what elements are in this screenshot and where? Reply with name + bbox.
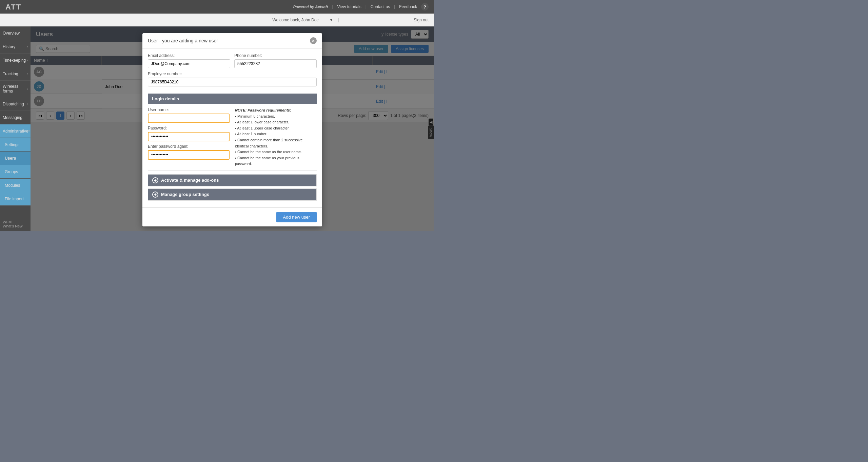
divider-1 <box>148 90 317 90</box>
modal-footer: Add new user <box>142 207 322 226</box>
sidebar-bottom: WFM What's New <box>0 217 31 231</box>
group-settings-label: Manage group settings <box>161 192 209 197</box>
email-label: Email address: <box>148 53 230 58</box>
sidebar-item-label: File import <box>5 197 24 201</box>
sidebar-item-file-import[interactable]: File import <box>0 192 31 206</box>
phone-input[interactable] <box>234 59 317 68</box>
username-input[interactable] <box>148 114 230 123</box>
separator-welcome: | <box>338 17 339 22</box>
modal-close-button[interactable]: × <box>310 37 317 44</box>
employee-input[interactable] <box>148 78 317 86</box>
sidebar-item-groups[interactable]: Groups <box>0 165 31 179</box>
wfm-label: WFM <box>3 220 28 224</box>
sidebar-item-label: Dispatching <box>3 102 24 106</box>
chevron-right-icon: › <box>27 72 28 76</box>
req-2: At least 1 lower case character. <box>235 119 317 125</box>
sidebar-item-tracking[interactable]: Tracking › <box>0 67 31 81</box>
email-input[interactable] <box>148 59 230 68</box>
email-group: Email address: <box>148 53 230 68</box>
sidebar-item-administrative[interactable]: Administrative ▾ <box>0 124 31 138</box>
content-area: Users y license types All 🔍 Add new user… <box>31 26 434 231</box>
password-input[interactable] <box>148 132 230 141</box>
chevron-right-icon: › <box>27 58 28 62</box>
separator-1: | <box>332 4 333 9</box>
chevron-right-icon: › <box>27 102 28 106</box>
sidebar-item-messaging[interactable]: Messaging <box>0 111 31 124</box>
powered-by-label: Powered by Actsoft <box>293 5 328 9</box>
sidebar-item-label: History <box>3 44 15 49</box>
modal-header: User - you are adding a new user × <box>142 33 322 48</box>
separator-3: | <box>394 4 395 9</box>
password-requirements: NOTE: Password requirements: Minimum 8 c… <box>235 107 317 167</box>
plus-icon: + <box>152 177 158 183</box>
req-3: At least 1 upper case character. <box>235 125 317 132</box>
group-settings-section: + Manage group settings <box>148 188 317 201</box>
sidebar-item-settings[interactable]: Settings <box>0 138 31 152</box>
welcome-chevron[interactable]: ▾ <box>330 18 332 22</box>
feedback-link[interactable]: Feedback <box>399 4 417 9</box>
note-title: NOTE: Password requirements: <box>235 108 291 112</box>
brand-name: Actsoft <box>315 5 328 9</box>
submit-add-user-button[interactable]: Add new user <box>276 212 317 222</box>
email-phone-row: Email address: Phone number: <box>148 53 317 68</box>
chevron-right-icon: › <box>27 45 28 48</box>
employee-label: Employee number: <box>148 72 317 76</box>
sidebar-item-label: Groups <box>5 169 18 174</box>
chevron-right-icon: › <box>27 87 28 91</box>
req-7: Cannot be the same as your previous pass… <box>235 155 317 167</box>
req-5: Cannot contain more than 2 successive id… <box>235 137 317 149</box>
modal-body: Email address: Phone number: Employee nu… <box>142 48 322 207</box>
modal-scroll-body[interactable]: Email address: Phone number: Employee nu… <box>142 48 322 207</box>
phone-label: Phone number: <box>234 53 317 58</box>
sign-out-link[interactable]: Sign out <box>414 18 429 22</box>
add-user-modal: User - you are adding a new user × Email… <box>142 33 322 226</box>
req-4: At least 1 number. <box>235 131 317 137</box>
admin-section-label: Administrative <box>3 129 28 134</box>
sidebar-item-timekeeping[interactable]: Timekeeping › <box>0 54 31 67</box>
group-settings-header[interactable]: + Manage group settings <box>148 189 316 200</box>
plus-icon: + <box>152 192 158 198</box>
modal-overlay: User - you are adding a new user × Email… <box>31 26 434 231</box>
sidebar-item-users[interactable]: Users <box>0 152 31 165</box>
sidebar-item-label: Users <box>5 156 16 161</box>
confirm-password-group: Enter password again: <box>148 144 230 160</box>
contact-us-link[interactable]: Contact us <box>371 4 390 9</box>
sidebar-item-label: Tracking <box>3 72 18 76</box>
addons-section: + Activate & manage add-ons <box>148 174 317 186</box>
phone-group: Phone number: <box>234 53 317 68</box>
chevron-down-icon: ▾ <box>28 129 30 133</box>
app-logo: ATT <box>5 3 21 12</box>
sidebar-item-modules[interactable]: Modules <box>0 179 31 192</box>
sidebar-item-label: Messaging <box>3 115 22 120</box>
login-section: User name: Password: Ent <box>148 107 317 167</box>
sidebar-item-label: Settings <box>5 142 19 147</box>
divider-2 <box>148 170 317 171</box>
sidebar-item-wireless-forms[interactable]: Wireless forms › <box>0 81 31 97</box>
password-group: Password: <box>148 126 230 141</box>
sidebar-item-label: Overview <box>3 31 20 36</box>
view-tutorials-link[interactable]: View tutorials <box>337 4 361 9</box>
login-section-header: Login details <box>148 94 317 104</box>
whats-new-label: What's New <box>3 224 28 228</box>
req-6: Cannot be the same as the user name. <box>235 149 317 155</box>
username-label: User name: <box>148 107 230 112</box>
help-icon[interactable]: ? <box>421 3 429 11</box>
welcome-text: Welcome back, John Doe <box>272 18 319 22</box>
req-1: Minimum 8 characters. <box>235 114 317 120</box>
sidebar-item-label: Modules <box>5 183 20 188</box>
addons-header[interactable]: + Activate & manage add-ons <box>148 175 316 186</box>
modal-title: User - you are adding a new user <box>148 38 218 43</box>
confirm-password-input[interactable] <box>148 150 230 160</box>
sidebar-item-history[interactable]: History › <box>0 40 31 54</box>
sidebar-item-overview[interactable]: Overview <box>0 26 31 40</box>
password-label: Password: <box>148 126 230 130</box>
sidebar-item-label: Timekeeping <box>3 58 26 63</box>
sidebar-item-dispatching[interactable]: Dispatching › <box>0 97 31 111</box>
login-form: User name: Password: Ent <box>148 107 230 167</box>
sidebar: Overview History › Timekeeping › Trackin… <box>0 26 31 231</box>
separator-2: | <box>366 4 367 9</box>
username-group: User name: <box>148 107 230 123</box>
sidebar-item-label: Wireless forms <box>3 84 27 94</box>
employee-group: Employee number: <box>148 72 317 86</box>
addons-label: Activate & manage add-ons <box>161 178 219 183</box>
